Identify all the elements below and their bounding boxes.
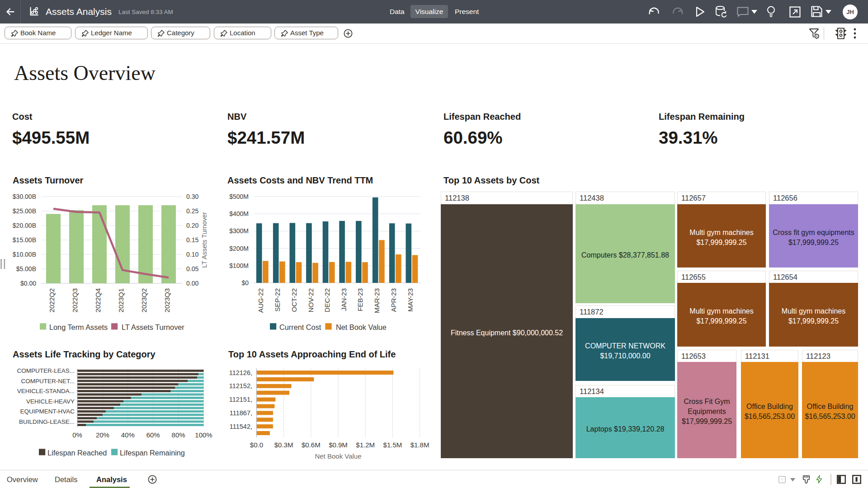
svg-text:OCT-22: OCT-22 (290, 288, 298, 312)
svg-text:2023Q1: 2023Q1 (117, 288, 125, 312)
svg-text:EQUIPMENT-HVAC: EQUIPMENT-HVAC (20, 408, 75, 415)
svg-text:Lifespan Reached: Lifespan Reached (47, 449, 107, 457)
svg-text:$20.00B: $20.00B (13, 222, 36, 229)
svg-text:VEHICLE-HEAVY: VEHICLE-HEAVY (26, 398, 75, 405)
svg-text:BUILDING-LEASE...: BUILDING-LEASE... (19, 418, 75, 425)
svg-text:Net Book Value: Net Book Value (336, 323, 387, 331)
svg-text:0.15: 0.15 (186, 236, 198, 244)
svg-text:0.30: 0.30 (186, 193, 198, 200)
svg-text:111542,: 111542, (230, 423, 252, 430)
svg-text:0.25: 0.25 (186, 207, 198, 215)
svg-text:$5.00B: $5.00B (16, 265, 36, 272)
svg-text:2023Q2: 2023Q2 (140, 288, 148, 312)
svg-text:Long Term Assets: Long Term Assets (49, 323, 108, 331)
svg-text:$0.00: $0.00 (20, 280, 36, 287)
svg-text:0.20: 0.20 (186, 222, 198, 229)
svg-text:112151,: 112151, (229, 396, 252, 403)
svg-text:$0.9M: $0.9M (329, 441, 348, 449)
svg-text:LT Assets Turnover: LT Assets Turnover (122, 323, 184, 331)
svg-text:$10.00B: $10.00B (13, 251, 36, 258)
svg-text:60%: 60% (146, 431, 160, 439)
svg-text:COMPUTER-LEAS...: COMPUTER-LEAS... (17, 367, 75, 374)
svg-text:112126,: 112126, (229, 369, 252, 376)
svg-text:JAN-23: JAN-23 (340, 288, 348, 311)
svg-text:Net Book Value: Net Book Value (315, 452, 361, 460)
svg-text:MAY-23: MAY-23 (406, 288, 414, 312)
svg-text:Lifespan Remaining: Lifespan Remaining (120, 449, 185, 457)
svg-text:$100M: $100M (229, 262, 249, 269)
svg-text:0%: 0% (72, 431, 82, 439)
svg-text:$0.3M: $0.3M (274, 441, 293, 449)
svg-text:80%: 80% (172, 431, 185, 439)
svg-text:APR-23: APR-23 (390, 288, 397, 312)
svg-text:112152,: 112152, (229, 382, 252, 389)
svg-text:$0: $0 (241, 279, 249, 286)
svg-text:NOV-22: NOV-22 (307, 288, 315, 312)
svg-text:$200M: $200M (229, 245, 249, 252)
svg-text:$1.2M: $1.2M (356, 441, 375, 449)
svg-text:FEB-23: FEB-23 (356, 288, 364, 311)
svg-text:$15.00B: $15.00B (13, 236, 36, 244)
svg-text:$1.5M: $1.5M (383, 441, 402, 449)
svg-text:0.10: 0.10 (186, 251, 198, 258)
svg-text:SEP-22: SEP-22 (274, 288, 281, 312)
svg-text:VEHICLE-STANDA...: VEHICLE-STANDA... (17, 388, 75, 394)
svg-text:$500M: $500M (229, 193, 249, 200)
svg-text:$25.00B: $25.00B (13, 207, 36, 215)
svg-text:$1.8M: $1.8M (410, 441, 429, 449)
svg-text:0.05: 0.05 (186, 265, 198, 272)
svg-text:2023Q3: 2023Q3 (163, 288, 171, 312)
svg-text:COMPUTER-NET...: COMPUTER-NET... (21, 378, 75, 385)
svg-text:$30.00B: $30.00B (13, 193, 36, 200)
svg-text:100%: 100% (195, 431, 212, 439)
svg-text:2022Q4: 2022Q4 (94, 288, 102, 312)
svg-text:2022Q3: 2022Q3 (71, 288, 79, 312)
svg-text:$300M: $300M (229, 227, 249, 235)
svg-text:Current Cost: Current Cost (279, 323, 321, 331)
svg-text:LT Assets Turnover: LT Assets Turnover (201, 212, 208, 268)
svg-text:111867,: 111867, (230, 409, 252, 417)
svg-text:0.00: 0.00 (186, 280, 198, 287)
svg-text:2022Q2: 2022Q2 (48, 288, 56, 312)
svg-text:DEC-22: DEC-22 (323, 288, 331, 312)
svg-text:$0.0: $0.0 (250, 441, 263, 449)
svg-text:$0.6M: $0.6M (302, 441, 321, 449)
svg-text:AUG-22: AUG-22 (257, 288, 264, 313)
svg-text:40%: 40% (121, 431, 135, 439)
svg-text:$400M: $400M (229, 210, 249, 217)
svg-text:20%: 20% (96, 431, 109, 439)
svg-text:MAR-23: MAR-23 (373, 288, 381, 313)
